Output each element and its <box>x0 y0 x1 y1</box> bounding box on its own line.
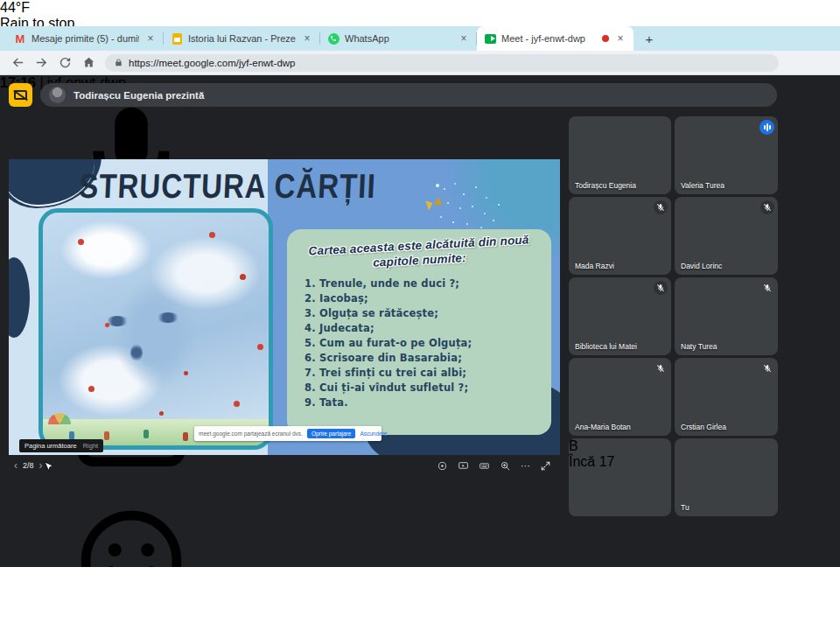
mouse-cursor <box>42 460 55 473</box>
home-icon[interactable] <box>81 55 96 70</box>
meet-icon <box>484 32 496 45</box>
participant-tile[interactable]: David Lorinc <box>675 197 778 275</box>
participant-name: Ana-Maria Botan <box>575 423 631 431</box>
slide-illustration <box>38 208 273 450</box>
chapter-card: Cartea aceasta este alcătuită din nouă c… <box>287 229 551 435</box>
self-name: Tu <box>681 503 690 512</box>
mic-muted-icon <box>654 361 668 375</box>
slide-decor-blob <box>9 257 30 338</box>
illustration-rainbow <box>48 413 71 424</box>
slideshow-icon[interactable] <box>458 460 469 472</box>
overflow-participants-tile[interactable]: B Încă 17 <box>569 438 671 516</box>
slides-presenter-toolbar: ‹ 2/8 › ⋯ <box>9 457 560 474</box>
slides-icon <box>171 32 183 45</box>
participant-tile-speaking[interactable]: Valeria Turea <box>675 116 778 194</box>
mic-muted-icon <box>654 281 668 295</box>
participant-name: Valeria Turea <box>681 181 724 190</box>
url-bar[interactable]: https://meet.google.com/jyf-enwt-dwp <box>105 54 779 72</box>
recording-dot-icon <box>602 35 609 42</box>
chapter-item: 9. Tata. <box>304 396 539 410</box>
new-tab-button[interactable]: + <box>639 28 660 49</box>
reload-icon[interactable] <box>58 55 73 70</box>
participant-tile[interactable]: Todirașcu Eugenia <box>569 116 671 194</box>
presentation-warning-button[interactable] <box>9 83 32 107</box>
prev-slide-button[interactable]: ‹ <box>9 459 23 472</box>
illustration-detail <box>106 316 129 326</box>
browser-toolbar: https://meet.google.com/jyf-enwt-dwp <box>0 51 840 75</box>
forward-icon[interactable] <box>34 55 49 70</box>
participant-name: Todirașcu Eugenia <box>575 181 636 190</box>
overflow-avatars: B <box>569 438 671 454</box>
participant-tile[interactable]: Crstian Girlea <box>675 358 778 436</box>
screen: M Mesaje primite (5) - dumitras.mo × Ist… <box>0 0 840 229</box>
tab-label: WhatsApp <box>345 33 452 44</box>
mic-muted-icon <box>760 200 774 214</box>
presenter-banner: Todirașcu Eugenia prezintă <box>40 83 777 107</box>
keyboard-icon[interactable] <box>479 460 490 472</box>
tab-close-icon[interactable]: × <box>301 32 313 45</box>
tab-label: Istoria lui Razvan - Prezentări Go <box>188 33 296 44</box>
illustration-detail <box>130 344 143 361</box>
tab-meet-active[interactable]: Meet - jyf-enwt-dwp × <box>477 26 634 51</box>
participant-tile[interactable]: Mada Razvi <box>569 197 671 275</box>
speaking-indicator-icon <box>760 120 774 135</box>
tooltip-shortcut: Right <box>83 442 99 450</box>
screen-share-bar: meet.google.com partajează ecranul dvs. … <box>194 426 382 441</box>
weather-temp: 44°F <box>0 0 840 16</box>
self-view-tile[interactable]: Tu <box>675 438 778 516</box>
chapter-item: 5. Cum au furat-o pe Olguța; <box>304 336 539 351</box>
chapter-list: 1. Trenule, unde ne duci ?; 2. Iacobaș; … <box>299 276 539 410</box>
chapter-item: 3. Olguța se rătăcește; <box>304 306 539 321</box>
participant-name: Mada Razvi <box>575 262 614 270</box>
next-page-tooltip: Pagina următoare Right <box>19 439 103 452</box>
gmail-icon: M <box>14 32 26 45</box>
whatsapp-icon <box>327 32 340 45</box>
browser-tab-strip: M Mesaje primite (5) - dumitras.mo × Ist… <box>0 26 840 51</box>
tab-label: Meet - jyf-enwt-dwp <box>501 33 597 44</box>
tab-label: Mesaje primite (5) - dumitras.mo <box>32 33 139 44</box>
illustration-apples <box>78 239 84 245</box>
chapter-card-heading: Cartea aceasta este alcătuită din nouă c… <box>298 232 539 274</box>
tooltip-label: Pagina următoare <box>24 442 77 450</box>
fullscreen-icon[interactable] <box>540 460 551 472</box>
back-icon[interactable] <box>10 55 25 70</box>
tab-close-icon[interactable]: × <box>614 32 626 45</box>
participant-tile[interactable]: Ana-Maria Botan <box>569 358 671 436</box>
tab-close-icon[interactable]: × <box>144 32 157 45</box>
participant-avatar-initial: B <box>569 438 578 453</box>
mic-muted-icon <box>654 200 668 214</box>
slide-decor-sparkles <box>436 184 439 187</box>
participant-name: David Lorinc <box>681 262 722 270</box>
chapter-item: 8. Cui ți-ai vîndut sufletul ?; <box>304 381 539 396</box>
participant-name: Naty Turea <box>681 342 718 351</box>
more-options-icon[interactable]: ⋯ <box>521 460 530 472</box>
presenter-toolbar-icons: ⋯ <box>437 460 560 472</box>
chapter-item: 7. Trei sfinți cu trei cai albi; <box>304 366 539 381</box>
overflow-count-label: Încă 17 <box>569 454 671 470</box>
participant-name: Biblioteca lui Matei <box>575 342 637 351</box>
laser-pointer-icon[interactable] <box>437 460 448 472</box>
slide-page-indicator: 2/8 <box>23 461 34 470</box>
meet-main-area: Todirașcu Eugenia prezintă STRUCTURA CĂR… <box>0 75 840 567</box>
shared-slide: STRUCTURA CĂRȚII Cartea aceasta este alc… <box>9 159 560 455</box>
mic-muted-icon <box>760 361 774 375</box>
participant-name: Crstian Girlea <box>681 423 726 431</box>
presentation-slash-icon <box>14 90 27 100</box>
butterfly-decor-icon <box>425 199 435 211</box>
chapter-item: 6. Scrisoare din Basarabia; <box>304 351 539 366</box>
participant-tile[interactable]: Naty Turea <box>675 277 778 355</box>
hide-share-bar-button[interactable]: Ascundere <box>360 430 387 437</box>
lock-icon <box>114 58 123 67</box>
screen-share-message: meet.google.com partajează ecranul dvs. <box>199 430 303 437</box>
tab-gmail[interactable]: M Mesaje primite (5) - dumitras.mo × <box>7 26 164 51</box>
zoom-in-icon[interactable] <box>500 460 511 472</box>
tab-slides[interactable]: Istoria lui Razvan - Prezentări Go × <box>164 26 320 51</box>
tab-whatsapp[interactable]: WhatsApp × <box>320 26 477 51</box>
mic-muted-icon <box>760 281 774 295</box>
chapter-item: 4. Judecata; <box>304 321 539 336</box>
illustration-detail <box>157 312 179 323</box>
participant-tile[interactable]: Biblioteca lui Matei <box>569 277 671 355</box>
stop-sharing-button[interactable]: Oprire partajare <box>307 429 356 438</box>
tab-close-icon[interactable]: × <box>458 32 470 45</box>
chapter-item: 1. Trenule, unde ne duci ?; <box>304 276 539 291</box>
